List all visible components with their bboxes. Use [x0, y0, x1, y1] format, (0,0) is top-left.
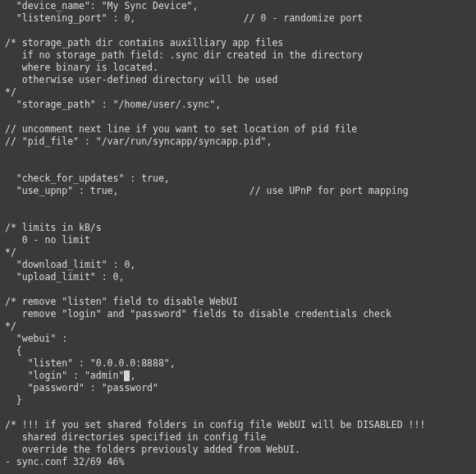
code-line: override the folders previously added fr… [5, 444, 300, 455]
code-line: "check_for_updates" : true, [5, 173, 170, 184]
code-line: "download_limit" : 0, [5, 259, 135, 270]
code-line: */ [5, 246, 16, 258]
code-line: 0 - no limit [5, 234, 90, 246]
code-line: /* storage_path dir contains auxilliary … [5, 37, 283, 48]
code-line: "use_upnp" : true, // use UPnP for port … [5, 185, 409, 196]
code-line: // uncomment next line if you want to se… [5, 123, 357, 135]
code-line: where binary is located. [5, 62, 158, 73]
editor-status-line: - sync.conf 32/69 46% [5, 456, 124, 467]
code-line: remove "login" and "password" fields to … [5, 308, 391, 320]
code-line: /* remove "listen" field to disable WebU… [5, 296, 238, 307]
code-line: */ [5, 320, 16, 332]
code-line: /* limits in kB/s [5, 222, 102, 233]
code-line: { [5, 345, 22, 357]
code-line: } [5, 394, 22, 406]
code-line: "webui" : [5, 333, 67, 344]
code-line: "listen" : "0.0.0.0:8888", [5, 357, 176, 369]
code-line: shared directories specified in config f… [5, 431, 267, 443]
code-line: "listening_port" : 0, // 0 - randomize p… [5, 12, 363, 24]
code-line: /* !!! if you set shared folders in conf… [5, 419, 425, 430]
code-line: "password" : "password" [5, 382, 158, 393]
editor-viewport[interactable]: "device_name": "My Sync Device", "listen… [0, 0, 476, 468]
code-line: */ [5, 86, 16, 98]
code-line: // "pid_file" : "/var/run/syncapp/syncap… [5, 136, 272, 147]
code-line: if no storage_path field: .sync dir crea… [5, 49, 363, 61]
code-line-cursor: "login" : "admin", [5, 370, 135, 381]
code-line: "storage_path" : "/home/user/.sync", [5, 99, 221, 110]
code-line: otherwise user-defined directory will be… [5, 74, 277, 85]
code-line: "upload_limit" : 0, [5, 271, 124, 283]
code-line: "device_name": "My Sync Device", [5, 0, 198, 12]
